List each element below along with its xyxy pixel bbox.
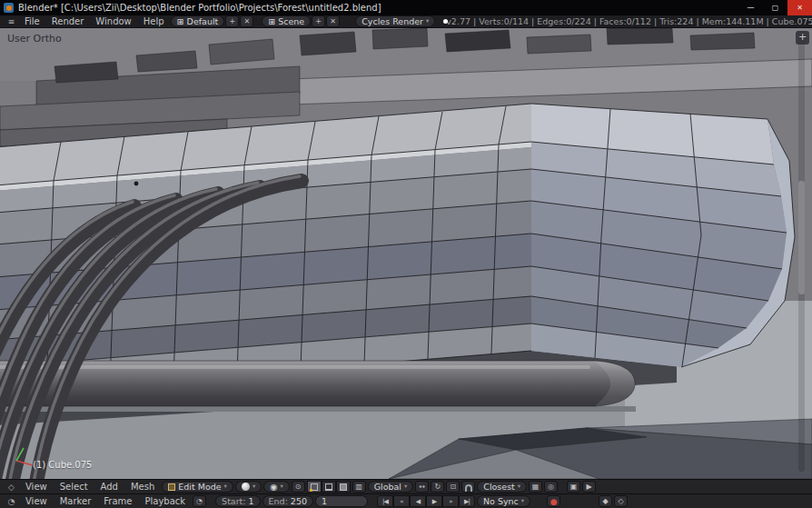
menu-window[interactable]: Window [90, 16, 136, 26]
prev-keyframe-button[interactable]: « [393, 495, 410, 507]
pivot-align-toggle[interactable]: ⊙ [292, 481, 305, 493]
active-object-label: (1) Cube.075 [33, 460, 92, 470]
face-select-button[interactable] [336, 481, 351, 493]
menu-marker[interactable]: Marker [54, 496, 97, 506]
select-mode-group [307, 481, 351, 493]
sync-value[interactable]: No Sync [483, 496, 519, 506]
info-header: ≡ File Render Window Help ⊞ Default + ✕ … [0, 15, 812, 28]
scene-browse-icon[interactable]: ⊞ [268, 16, 275, 26]
render-engine-select[interactable]: Cycles Render ▾ [355, 15, 435, 27]
timeline-header: ◔ View Marker Frame Playback ◔ Start: 1 … [0, 493, 812, 508]
close-button[interactable]: ✕ [787, 0, 812, 15]
shading-sphere-icon [242, 483, 250, 491]
frame-start-value[interactable]: 1 [249, 496, 254, 506]
window-controls: — ▢ ✕ [738, 0, 812, 15]
mode-value[interactable]: Edit Mode [178, 482, 221, 492]
scene-add-button[interactable]: + [312, 15, 325, 27]
screen-layout-selector[interactable]: ⊞ Default [171, 15, 225, 27]
chevron-down-icon: ▾ [404, 483, 407, 490]
playback-controls: |◀ « ◀ ▶ » ▶| [377, 495, 475, 507]
chevron-down-icon: ▾ [518, 483, 520, 490]
menu-view-timeline[interactable]: View [20, 496, 53, 506]
model-tube[interactable] [0, 361, 636, 412]
editor-type-timeline-icon[interactable]: ◔ [5, 495, 18, 507]
frame-end-field[interactable]: End: 250 [262, 495, 313, 507]
frame-end-value[interactable]: 250 [291, 496, 307, 506]
mode-select[interactable]: Edit Mode ▾ [162, 481, 233, 493]
chevron-down-icon: ▾ [521, 498, 524, 504]
av-sync-select[interactable]: No Sync ▾ [477, 495, 530, 507]
blender-window: Blender* [C:\Users\Zii\Desktop\Blender P… [0, 0, 812, 508]
editor-type-info-icon[interactable]: ≡ [5, 15, 18, 27]
snap-target-select[interactable]: Closest ▾ [477, 481, 527, 493]
scene-delete-button[interactable]: ✕ [326, 15, 340, 27]
object-origin-dot [134, 182, 139, 186]
jump-to-start-button[interactable]: |◀ [377, 495, 393, 507]
menu-add[interactable]: Add [95, 482, 124, 492]
layout-name[interactable]: Default [187, 16, 219, 26]
frame-start-label: Start: [222, 496, 245, 506]
scene-selector[interactable]: ⊞ Scene [262, 15, 311, 27]
region-expand-button[interactable]: + [796, 31, 809, 45]
menu-mesh[interactable]: Mesh [125, 482, 160, 492]
edit-mode-icon [168, 483, 175, 491]
next-keyframe-button[interactable]: » [442, 495, 459, 507]
viewport-shading-select[interactable]: ▾ [235, 481, 262, 493]
viewport-3d[interactable]: User Ortho (1) Cube.075 + [0, 28, 812, 479]
menu-select[interactable]: Select [54, 482, 94, 492]
editor-type-3dview-icon[interactable]: ◇ [5, 481, 18, 493]
snap-target-value[interactable]: Closest [483, 482, 515, 492]
proportional-edit-toggle[interactable]: ◎ [544, 481, 558, 493]
vertex-select-button[interactable] [307, 481, 322, 493]
menu-help[interactable]: Help [138, 16, 170, 26]
window-title: Blender* [C:\Users\Zii\Desktop\Blender P… [18, 3, 734, 13]
current-frame-value[interactable]: 1 [322, 496, 327, 506]
menu-view[interactable]: View [20, 482, 53, 492]
snap-magnet-toggle[interactable] [461, 481, 475, 493]
titlebar: Blender* [C:\Users\Zii\Desktop\Blender P… [0, 0, 812, 15]
play-reverse-button[interactable]: ◀ [410, 495, 426, 507]
layout-delete-button[interactable]: ✕ [240, 15, 253, 27]
frame-end-label: End: [269, 496, 288, 506]
edge-select-icon [325, 483, 332, 491]
orientation-value[interactable]: Global [374, 482, 401, 492]
current-frame-field[interactable]: 1 [315, 495, 368, 507]
view-orientation-label: User Ortho [7, 33, 62, 45]
jump-to-end-button[interactable]: ▶| [459, 495, 475, 507]
manipulator-rotate-toggle[interactable]: ↻ [431, 481, 444, 493]
delete-keyframe-button[interactable]: ◇ [614, 495, 628, 507]
blender-app-icon [4, 3, 14, 13]
play-button[interactable]: ▶ [426, 495, 442, 507]
snap-element-select[interactable]: ▦ [529, 481, 542, 493]
edge-select-button[interactable] [322, 481, 336, 493]
maximize-button[interactable]: ▢ [763, 0, 787, 15]
viewport-scrollbar-thumb[interactable] [798, 181, 805, 294]
frame-start-field[interactable]: Start: 1 [215, 495, 260, 507]
pivot-point-select[interactable]: ◉ ▾ [263, 481, 290, 493]
chevron-down-icon: ▾ [224, 483, 227, 490]
layout-browse-icon[interactable]: ⊞ [177, 16, 184, 26]
menu-frame[interactable]: Frame [98, 496, 137, 506]
layout-add-button[interactable]: + [225, 15, 239, 27]
pivot-icon: ◉ [270, 482, 277, 492]
preview-range-toggle[interactable]: ◔ [193, 495, 206, 507]
manipulator-scale-toggle[interactable]: ⊡ [446, 481, 460, 493]
scene-name[interactable]: Scene [278, 16, 304, 26]
manipulator-translate-toggle[interactable]: ↔ [415, 481, 429, 493]
opengl-render-anim-button[interactable]: ▶ [582, 481, 596, 493]
magnet-icon [465, 484, 472, 492]
menu-playback[interactable]: Playback [139, 496, 191, 506]
face-select-icon [340, 483, 347, 491]
scene-statistics: v2.77 | Verts:0/114 | Edges:0/224 | Face… [446, 16, 812, 26]
transform-orientation-select[interactable]: Global ▾ [368, 481, 414, 493]
occlude-geometry-toggle[interactable]: ▥ [352, 481, 366, 493]
auto-keyframe-record-button[interactable]: ● [547, 495, 560, 507]
viewport-header: ◇ View Select Add Mesh Edit Mode ▾ ▾ ◉ ▾… [0, 479, 812, 493]
insert-keyframe-button[interactable]: ◆ [599, 495, 612, 507]
menu-file[interactable]: File [19, 16, 45, 26]
opengl-render-still-button[interactable]: ▣ [567, 481, 580, 493]
menu-render[interactable]: Render [46, 16, 90, 26]
minimize-button[interactable]: — [738, 0, 763, 15]
vertex-select-icon [311, 483, 318, 491]
render-engine-value[interactable]: Cycles Render [361, 16, 423, 26]
